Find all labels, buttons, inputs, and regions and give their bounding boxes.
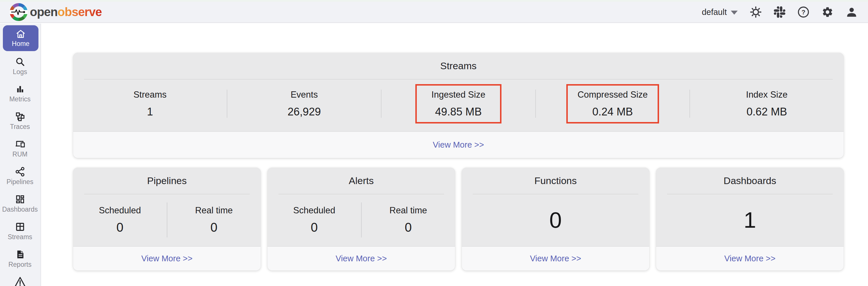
sidebar-item-label: Streams: [8, 233, 32, 240]
main-content: Streams Streams 1 Events 26,929 Ingested…: [42, 24, 868, 286]
view-more-link[interactable]: View More >>: [336, 254, 386, 263]
stat-label: Scheduled: [293, 205, 335, 216]
streams-card-title: Streams: [73, 53, 844, 72]
sidebar-item-label: Metrics: [9, 96, 30, 103]
stat-label: Compressed Size: [578, 90, 648, 100]
help-icon: ?: [797, 6, 809, 18]
organization-selector[interactable]: default: [702, 7, 738, 17]
sidebar-item-traces[interactable]: Traces: [0, 111, 40, 131]
stat-label: Real time: [390, 205, 427, 216]
devices-icon: [15, 139, 25, 149]
svg-text:?: ?: [801, 9, 805, 16]
slack-icon: [774, 6, 785, 18]
stat-ingested-size: Ingested Size 49.85 MB: [381, 84, 535, 123]
sidebar-item-label: Reports: [8, 261, 32, 268]
stat-value: 0: [311, 220, 318, 235]
stat-label: Index Size: [746, 90, 787, 100]
alerts-scheduled-stat: Scheduled 0: [268, 205, 361, 235]
stat-value: 49.85 MB: [435, 106, 482, 118]
view-more-link[interactable]: View More >>: [141, 254, 192, 263]
stat-compressed-size: Compressed Size 0.24 MB: [536, 84, 689, 123]
stat-value: 1: [147, 106, 153, 118]
stat-streams: Streams 1: [73, 84, 227, 123]
divider: [667, 194, 833, 194]
settings-gear-icon: [822, 6, 834, 18]
view-more-link[interactable]: View More >>: [530, 254, 581, 263]
openobserve-ring-icon: [10, 3, 28, 21]
settings-button[interactable]: [822, 6, 834, 18]
pipelines-scheduled-stat: Scheduled 0: [73, 205, 167, 235]
flow-icon: [15, 111, 25, 122]
header-actions: default: [702, 6, 858, 18]
sidebar-nav: Home Logs Metrics Trace: [0, 24, 41, 286]
app-logo: openobserve: [10, 3, 102, 21]
stat-label: Ingested Size: [431, 90, 485, 100]
help-button[interactable]: ?: [797, 6, 809, 18]
stat-value: 0: [117, 220, 123, 235]
sidebar-item-reports[interactable]: Reports: [0, 249, 40, 268]
sidebar-item-home[interactable]: Home: [3, 25, 38, 51]
logo-text-observe: observe: [57, 5, 102, 19]
view-more-link[interactable]: View More >>: [433, 140, 484, 150]
warning-triangle-icon: [14, 276, 26, 286]
functions-card: Functions 0 View More >>: [462, 168, 649, 270]
streams-summary-card: Streams Streams 1 Events 26,929 Ingested…: [73, 53, 844, 158]
bar-chart-icon: [15, 84, 25, 94]
sidebar-item-logs[interactable]: Logs: [0, 57, 40, 76]
dashboard-grid-icon: [15, 194, 25, 204]
sidebar-item-pipelines[interactable]: Pipelines: [0, 167, 40, 185]
dashboards-count: 1: [656, 196, 844, 245]
divider: [473, 194, 639, 194]
sidebar-item-dashboards[interactable]: Dashboards: [0, 194, 40, 213]
search-icon: [15, 57, 25, 67]
sidebar-item-label: Home: [12, 40, 29, 47]
pipelines-card: Pipelines Scheduled 0 Real time 0 View M…: [73, 168, 260, 270]
organization-selector-value: default: [702, 7, 727, 17]
divider: [84, 194, 250, 194]
profile-icon: [846, 6, 858, 18]
pipelines-realtime-stat: Real time 0: [167, 205, 261, 235]
slack-link-button[interactable]: [774, 6, 785, 18]
stat-label: Events: [290, 90, 318, 100]
view-more-link[interactable]: View More >>: [724, 254, 775, 263]
sidebar-item-label: Traces: [10, 123, 30, 131]
stat-value: 0.62 MB: [747, 106, 787, 118]
highlight-box-compressed-size: Compressed Size 0.24 MB: [566, 84, 659, 123]
stat-value: 0.24 MB: [592, 106, 633, 118]
sidebar-item-alerts[interactable]: [0, 276, 40, 286]
theme-toggle-button[interactable]: [750, 6, 762, 18]
stat-value: 26,929: [288, 106, 321, 118]
dashboards-card-title: Dashboards: [656, 168, 844, 187]
sidebar-item-label: Pipelines: [7, 178, 33, 185]
divider: [278, 194, 444, 194]
functions-count: 0: [462, 196, 649, 245]
chevron-down-icon: [731, 11, 738, 15]
highlight-box-ingested-size: Ingested Size 49.85 MB: [415, 84, 501, 123]
sidebar-item-label: Logs: [13, 68, 27, 76]
pipelines-view-more[interactable]: View More >>: [73, 246, 260, 270]
dashboards-view-more[interactable]: View More >>: [656, 246, 844, 270]
stat-value: 0: [405, 220, 412, 235]
alerts-card: Alerts Scheduled 0 Real time 0 View More…: [268, 168, 455, 270]
light-mode-icon: [750, 6, 762, 18]
sidebar-item-label: RUM: [12, 151, 27, 158]
table-grid-icon: [15, 222, 25, 232]
dashboards-card: Dashboards 1 View More >>: [656, 168, 844, 270]
share-icon: [15, 167, 25, 177]
divider: [84, 79, 833, 80]
document-icon: [15, 249, 25, 260]
profile-button[interactable]: [846, 6, 858, 18]
alerts-view-more[interactable]: View More >>: [268, 246, 455, 270]
sidebar-item-streams[interactable]: Streams: [0, 222, 40, 240]
sidebar-item-rum[interactable]: RUM: [0, 139, 40, 158]
stat-label: Scheduled: [99, 205, 141, 216]
sidebar-item-metrics[interactable]: Metrics: [0, 84, 40, 103]
streams-view-more[interactable]: View More >>: [73, 131, 844, 158]
sidebar-item-label: Dashboards: [2, 206, 38, 213]
app-logo-text: openobserve: [30, 6, 102, 18]
logo-text-open: open: [30, 5, 57, 19]
stat-label: Streams: [133, 90, 166, 100]
stat-value: 0: [210, 220, 217, 235]
functions-view-more[interactable]: View More >>: [462, 246, 649, 270]
home-icon: [16, 29, 26, 39]
